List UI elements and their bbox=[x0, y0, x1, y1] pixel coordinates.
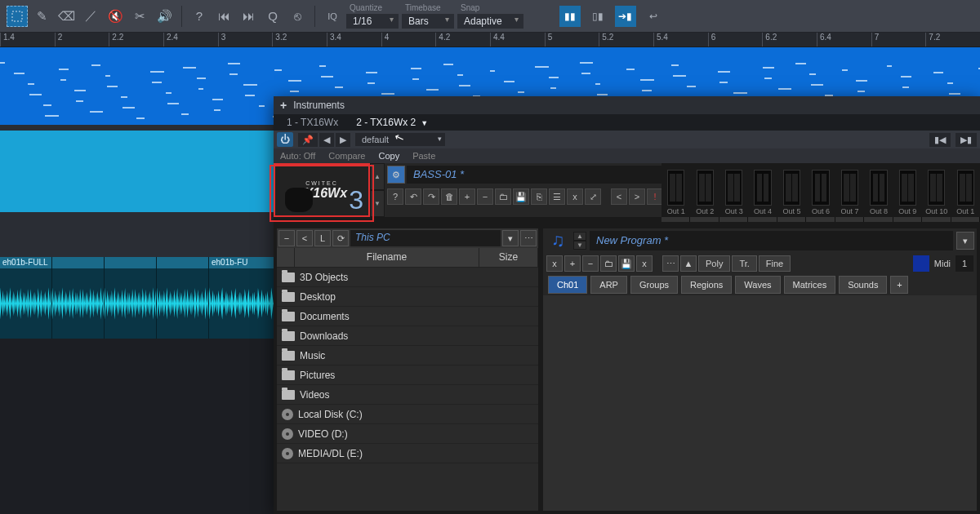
output-channel[interactable]: Out 2 bbox=[690, 163, 719, 217]
output-channel[interactable]: Out 1 bbox=[951, 163, 980, 217]
browser-back-button[interactable]: < bbox=[296, 230, 313, 246]
prog-sub-button[interactable]: − bbox=[582, 255, 599, 272]
return-button[interactable]: ↩ bbox=[643, 6, 664, 27]
expand-button[interactable]: ⤢ bbox=[585, 188, 601, 205]
remove-button[interactable]: − bbox=[477, 188, 493, 205]
program-tab[interactable]: Waves bbox=[735, 276, 780, 294]
audio-clip[interactable]: eh01b-FU bbox=[209, 257, 276, 339]
program-tab[interactable]: ARP bbox=[590, 276, 627, 294]
program-tab[interactable]: Matrices bbox=[784, 276, 836, 294]
quantize-dropdown[interactable]: 1/16 bbox=[346, 14, 399, 29]
snap-toggle-button[interactable]: ▮▮ bbox=[559, 6, 581, 27]
browse-button[interactable]: 🗀 bbox=[495, 188, 511, 205]
plugin-logo[interactable]: CWITEC TX16Wx 3 bbox=[274, 163, 370, 217]
midi-channel-field[interactable]: 1 bbox=[956, 255, 973, 272]
preset-spinner[interactable]: ▲▼ bbox=[370, 163, 385, 217]
instrument-tab[interactable]: 1 - TX16Wx bbox=[278, 115, 346, 130]
power-button[interactable]: ⏻ bbox=[277, 132, 293, 147]
transpose-button[interactable]: Tr. bbox=[732, 255, 756, 272]
browser-row[interactable]: VIDEO (D:) bbox=[277, 424, 538, 444]
browser-refresh-button[interactable]: ⟳ bbox=[332, 230, 349, 246]
split-tool-icon[interactable]: ✂ bbox=[129, 6, 150, 27]
browser-row[interactable]: Pictures bbox=[277, 366, 538, 385]
add-tab-button[interactable]: + bbox=[890, 276, 908, 294]
browser-minus-button[interactable]: − bbox=[278, 230, 295, 246]
prog-misc-button[interactable]: ⋯ bbox=[662, 255, 679, 272]
browser-row[interactable]: Documents bbox=[277, 307, 538, 326]
auto-toggle[interactable]: Auto: Off bbox=[280, 151, 315, 161]
pin-button[interactable]: 📌 bbox=[298, 133, 318, 147]
timeline-ruler[interactable]: 1.422.22.433.23.444.24.455.25.466.26.477… bbox=[0, 33, 980, 47]
fine-button[interactable]: Fine bbox=[759, 255, 791, 272]
help-button[interactable]: ? bbox=[387, 188, 403, 205]
prog-add-button[interactable]: + bbox=[564, 255, 581, 272]
audio-clip[interactable] bbox=[52, 257, 105, 339]
skip-fwd-icon[interactable]: ⏭ bbox=[238, 6, 259, 27]
compare-button[interactable]: Compare bbox=[328, 151, 365, 161]
browser-drop-button[interactable]: ▾ bbox=[502, 230, 519, 246]
program-spinner[interactable]: ▲▼ bbox=[573, 232, 586, 250]
program-tab[interactable]: Ch01 bbox=[548, 276, 587, 294]
snap-dropdown[interactable]: Adaptive bbox=[457, 14, 523, 29]
browser-more-button[interactable]: ⋯ bbox=[520, 230, 537, 246]
browser-lock-button[interactable]: L bbox=[314, 230, 331, 246]
menu-button[interactable]: ☰ bbox=[549, 188, 565, 205]
output-channel[interactable]: Out 8 bbox=[864, 163, 893, 217]
next-button[interactable]: > bbox=[629, 188, 645, 205]
browser-row[interactable]: Downloads bbox=[277, 326, 538, 346]
program-drop-button[interactable]: ▾ bbox=[956, 232, 974, 250]
program-name-field[interactable]: New Program * bbox=[590, 231, 953, 250]
poly-button[interactable]: Poly bbox=[698, 255, 730, 272]
paste-button[interactable]: Paste bbox=[412, 151, 435, 161]
alert-button[interactable]: ! bbox=[647, 188, 663, 205]
program-tab[interactable]: Sounds bbox=[839, 276, 887, 294]
mute-tool-icon[interactable]: 🔇 bbox=[105, 6, 126, 27]
prog-clear-button[interactable]: x bbox=[546, 255, 563, 272]
prev-preset-button[interactable]: ◀ bbox=[319, 133, 334, 147]
transport-start-icon[interactable]: ▮◀ bbox=[929, 133, 951, 147]
save-button[interactable]: 💾 bbox=[513, 188, 529, 205]
browser-row[interactable]: Music bbox=[277, 346, 538, 366]
clear-button[interactable]: x bbox=[567, 188, 583, 205]
paint-tool-icon[interactable]: ／ bbox=[80, 6, 101, 27]
output-channel[interactable]: Out 3 bbox=[719, 163, 748, 217]
output-channel[interactable]: Out 6 bbox=[806, 163, 835, 217]
browser-row[interactable]: 3D Objects bbox=[277, 268, 538, 287]
redo-button[interactable]: ↷ bbox=[423, 188, 439, 205]
program-tab[interactable]: Groups bbox=[630, 276, 678, 294]
browser-row[interactable]: Desktop bbox=[277, 287, 538, 307]
erase-tool-icon[interactable]: ⌫ bbox=[56, 6, 77, 27]
marquee-tool-button[interactable] bbox=[7, 6, 28, 27]
settings-gear-icon[interactable]: ⚙ bbox=[387, 166, 405, 184]
ripple-toggle-button[interactable]: ▯▮ bbox=[587, 6, 608, 27]
next-preset-button[interactable]: ▶ bbox=[336, 133, 350, 147]
prog-del-button[interactable]: x bbox=[636, 255, 653, 272]
timebase-dropdown[interactable]: Bars bbox=[402, 14, 454, 29]
add-instrument-icon[interactable]: + bbox=[280, 99, 287, 112]
output-channel[interactable]: Out 7 bbox=[835, 163, 864, 217]
column-filename[interactable]: Filename bbox=[295, 248, 479, 267]
audio-clip[interactable]: eh01b-FULL bbox=[0, 257, 52, 339]
browser-row[interactable]: Local Disk (C:) bbox=[277, 405, 538, 424]
prog-save-button[interactable]: 💾 bbox=[618, 255, 635, 272]
draw-tool-icon[interactable]: ✎ bbox=[31, 6, 52, 27]
quantize-icon[interactable]: Q bbox=[262, 6, 283, 27]
prev-button[interactable]: < bbox=[611, 188, 627, 205]
delete-button[interactable]: 🗑 bbox=[441, 188, 457, 205]
browser-row[interactable]: Videos bbox=[277, 385, 538, 405]
autoscroll-button[interactable]: ➔▮ bbox=[615, 6, 636, 27]
transport-end-icon[interactable]: ▶▮ bbox=[956, 133, 977, 147]
output-channel[interactable]: Out 5 bbox=[777, 163, 806, 217]
output-channel[interactable]: Out 1 bbox=[662, 163, 690, 217]
output-channel[interactable]: Out 4 bbox=[748, 163, 777, 217]
add-button[interactable]: + bbox=[459, 188, 475, 205]
help-icon[interactable]: ? bbox=[189, 6, 210, 27]
panel-title-bar[interactable]: + Instruments bbox=[274, 96, 980, 114]
listen-tool-icon[interactable]: 🔊 bbox=[154, 6, 175, 27]
browser-row[interactable]: MEDIA/DL (E:) bbox=[277, 444, 538, 463]
prog-open-button[interactable]: 🗀 bbox=[600, 255, 617, 272]
copy-button[interactable]: Copy bbox=[378, 151, 399, 161]
program-tab[interactable]: Regions bbox=[681, 276, 732, 294]
prog-up-button[interactable]: ▲ bbox=[680, 255, 697, 272]
skip-back-icon[interactable]: ⏮ bbox=[213, 6, 234, 27]
